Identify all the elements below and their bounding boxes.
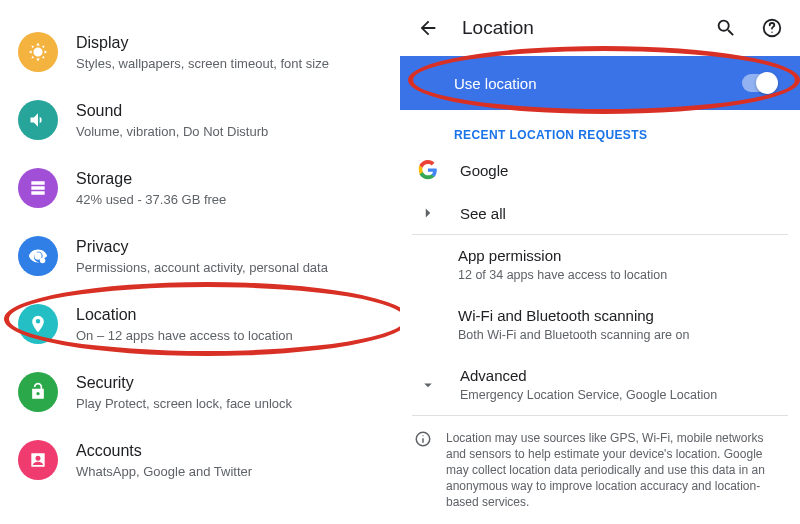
svg-point-5 xyxy=(422,435,423,436)
row-title: App permission xyxy=(458,247,776,264)
settings-item-sound[interactable]: Sound Volume, vibration, Do Not Disturb xyxy=(0,86,400,154)
row-title: Location xyxy=(76,305,382,325)
row-title: Security xyxy=(76,373,382,393)
row-title: Advanced xyxy=(460,367,776,384)
see-all-item[interactable]: See all xyxy=(400,192,800,234)
page-title: Location xyxy=(462,17,692,39)
info-text: Location may use sources like GPS, Wi-Fi… xyxy=(446,430,776,510)
location-info: Location may use sources like GPS, Wi-Fi… xyxy=(400,416,800,524)
volume-icon xyxy=(18,100,58,140)
use-location-toggle[interactable]: Use location xyxy=(400,56,800,110)
svg-point-2 xyxy=(771,31,772,32)
search-icon[interactable] xyxy=(714,16,738,40)
row-subtitle: 12 of 34 apps have access to location xyxy=(458,267,776,283)
top-app-bar: Location xyxy=(400,0,800,56)
row-subtitle: Volume, vibration, Do Not Disturb xyxy=(76,123,382,140)
row-subtitle: Emergency Location Service, Google Locat… xyxy=(460,387,776,403)
row-subtitle: On – 12 apps have access to location xyxy=(76,327,382,344)
row-subtitle: Styles, wallpapers, screen timeout, font… xyxy=(76,55,382,72)
chevron-right-icon xyxy=(414,204,442,222)
recent-item-label: Google xyxy=(460,162,776,179)
row-title: Wi-Fi and Bluetooth scanning xyxy=(458,307,776,324)
info-icon xyxy=(414,430,432,510)
row-subtitle: WhatsApp, Google and Twitter xyxy=(76,463,382,480)
row-subtitle: Play Protect, screen lock, face unlock xyxy=(76,395,382,412)
settings-item-storage[interactable]: Storage 42% used - 37.36 GB free xyxy=(0,154,400,222)
settings-list: Display Styles, wallpapers, screen timeo… xyxy=(0,0,400,524)
location-icon xyxy=(18,304,58,344)
row-title: Accounts xyxy=(76,441,382,461)
advanced-item[interactable]: Advanced Emergency Location Service, Goo… xyxy=(400,355,800,415)
settings-item-display[interactable]: Display Styles, wallpapers, screen timeo… xyxy=(0,18,400,86)
row-title: Storage xyxy=(76,169,382,189)
privacy-icon xyxy=(18,236,58,276)
row-title: Display xyxy=(76,33,382,53)
settings-item-location[interactable]: Location On – 12 apps have access to loc… xyxy=(0,290,400,358)
row-subtitle: Permissions, account activity, personal … xyxy=(76,259,382,276)
use-location-label: Use location xyxy=(454,75,742,92)
chevron-down-icon xyxy=(414,376,442,394)
toggle-switch[interactable] xyxy=(742,74,776,92)
help-icon[interactable] xyxy=(760,16,784,40)
settings-item-privacy[interactable]: Privacy Permissions, account activity, p… xyxy=(0,222,400,290)
location-settings-page: Location Use location RECENT LOCATION RE… xyxy=(400,0,800,524)
row-title: Sound xyxy=(76,101,382,121)
brightness-icon xyxy=(18,32,58,72)
recent-requests-label: RECENT LOCATION REQUESTS xyxy=(400,110,800,148)
app-permission-item[interactable]: App permission 12 of 34 apps have access… xyxy=(400,235,800,295)
lock-open-icon xyxy=(18,372,58,412)
storage-icon xyxy=(18,168,58,208)
settings-item-accounts[interactable]: Accounts WhatsApp, Google and Twitter xyxy=(0,426,400,494)
google-icon xyxy=(414,160,442,180)
recent-item-google[interactable]: Google xyxy=(400,148,800,192)
row-title: Privacy xyxy=(76,237,382,257)
row-subtitle: Both Wi-Fi and Bluetooth scanning are on xyxy=(458,327,776,343)
back-icon[interactable] xyxy=(416,16,440,40)
see-all-label: See all xyxy=(460,205,776,222)
wifi-bt-scanning-item[interactable]: Wi-Fi and Bluetooth scanning Both Wi-Fi … xyxy=(400,295,800,355)
account-icon xyxy=(18,440,58,480)
settings-item-security[interactable]: Security Play Protect, screen lock, face… xyxy=(0,358,400,426)
row-subtitle: 42% used - 37.36 GB free xyxy=(76,191,382,208)
